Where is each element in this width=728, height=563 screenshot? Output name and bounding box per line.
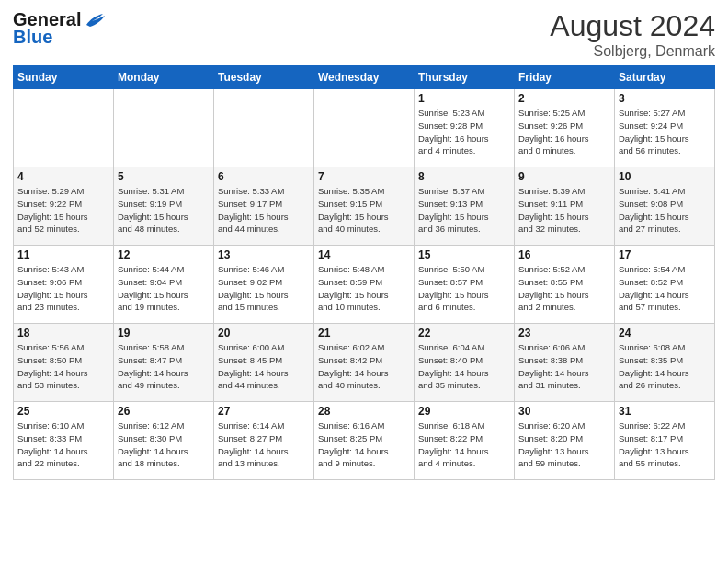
day-number: 4 [17,170,109,183]
day-info: Sunrise: 6:00 AM Sunset: 8:45 PM Dayligh… [218,341,310,392]
day-info: Sunrise: 5:48 AM Sunset: 8:59 PM Dayligh… [318,263,410,314]
weekday-header: Saturday [615,66,715,89]
day-info: Sunrise: 6:02 AM Sunset: 8:42 PM Dayligh… [318,341,410,392]
day-number: 28 [318,405,410,418]
day-number: 10 [619,170,711,183]
calendar-cell: 5Sunrise: 5:31 AM Sunset: 9:19 PM Daylig… [114,167,214,246]
day-number: 18 [17,327,109,339]
weekday-header: Wednesday [314,66,415,89]
calendar-cell: 30Sunrise: 6:20 AM Sunset: 8:20 PM Dayli… [515,402,615,480]
day-info: Sunrise: 6:10 AM Sunset: 8:33 PM Dayligh… [17,419,109,470]
day-info: Sunrise: 5:23 AM Sunset: 9:28 PM Dayligh… [418,107,510,157]
day-info: Sunrise: 6:20 AM Sunset: 8:20 PM Dayligh… [518,419,610,470]
calendar-cell [214,89,314,167]
weekday-header: Sunday [14,66,114,89]
day-info: Sunrise: 5:44 AM Sunset: 9:04 PM Dayligh… [118,263,210,314]
day-info: Sunrise: 6:06 AM Sunset: 8:38 PM Dayligh… [518,341,610,392]
calendar-cell: 2Sunrise: 5:25 AM Sunset: 9:26 PM Daylig… [515,89,615,167]
day-info: Sunrise: 5:37 AM Sunset: 9:13 PM Dayligh… [418,185,510,236]
day-info: Sunrise: 5:56 AM Sunset: 8:50 PM Dayligh… [17,341,109,392]
calendar-cell: 11Sunrise: 5:43 AM Sunset: 9:06 PM Dayli… [14,246,114,324]
calendar-cell: 19Sunrise: 5:58 AM Sunset: 8:47 PM Dayli… [114,324,214,402]
day-number: 25 [17,405,109,418]
day-number: 6 [218,170,310,183]
calendar-cell [114,89,214,167]
day-info: Sunrise: 6:16 AM Sunset: 8:25 PM Dayligh… [318,419,410,470]
calendar-cell: 26Sunrise: 6:12 AM Sunset: 8:30 PM Dayli… [114,402,214,480]
calendar-table: SundayMondayTuesdayWednesdayThursdayFrid… [13,65,715,480]
day-number: 5 [118,170,210,183]
day-number: 29 [418,405,510,418]
calendar-cell [314,89,415,167]
weekday-header: Thursday [415,66,515,89]
day-number: 14 [318,248,410,261]
calendar-cell: 7Sunrise: 5:35 AM Sunset: 9:15 PM Daylig… [314,167,415,246]
day-info: Sunrise: 5:41 AM Sunset: 9:08 PM Dayligh… [619,185,711,236]
calendar-cell: 13Sunrise: 5:46 AM Sunset: 9:02 PM Dayli… [214,246,314,324]
day-info: Sunrise: 5:52 AM Sunset: 8:55 PM Dayligh… [518,263,610,314]
day-info: Sunrise: 6:04 AM Sunset: 8:40 PM Dayligh… [418,341,510,392]
header: General Blue August 2024 Solbjerg, Denma… [13,9,715,60]
day-number: 2 [518,92,610,105]
weekday-header: Tuesday [214,66,314,89]
calendar-cell: 3Sunrise: 5:27 AM Sunset: 9:24 PM Daylig… [615,89,715,167]
calendar-cell: 9Sunrise: 5:39 AM Sunset: 9:11 PM Daylig… [515,167,615,246]
day-info: Sunrise: 5:25 AM Sunset: 9:26 PM Dayligh… [518,107,610,157]
day-number: 15 [418,248,510,261]
calendar-cell: 4Sunrise: 5:29 AM Sunset: 9:22 PM Daylig… [14,167,114,246]
calendar-week-row: 25Sunrise: 6:10 AM Sunset: 8:33 PM Dayli… [14,402,715,480]
calendar-cell: 8Sunrise: 5:37 AM Sunset: 9:13 PM Daylig… [415,167,515,246]
day-number: 21 [318,327,410,339]
calendar-cell: 12Sunrise: 5:44 AM Sunset: 9:04 PM Dayli… [114,246,214,324]
calendar-cell: 22Sunrise: 6:04 AM Sunset: 8:40 PM Dayli… [415,324,515,402]
day-number: 11 [17,248,109,261]
month-title: August 2024 [550,9,715,43]
day-number: 19 [118,327,210,339]
day-info: Sunrise: 5:58 AM Sunset: 8:47 PM Dayligh… [118,341,210,392]
day-info: Sunrise: 5:50 AM Sunset: 8:57 PM Dayligh… [418,263,510,314]
calendar-week-row: 4Sunrise: 5:29 AM Sunset: 9:22 PM Daylig… [14,167,715,246]
calendar-week-row: 18Sunrise: 5:56 AM Sunset: 8:50 PM Dayli… [14,324,715,402]
day-info: Sunrise: 5:29 AM Sunset: 9:22 PM Dayligh… [17,185,109,236]
day-number: 27 [218,405,310,418]
calendar-cell: 18Sunrise: 5:56 AM Sunset: 8:50 PM Dayli… [14,324,114,402]
weekday-header: Monday [114,66,214,89]
day-info: Sunrise: 5:54 AM Sunset: 8:52 PM Dayligh… [619,263,711,314]
day-number: 22 [418,327,510,339]
calendar-cell: 29Sunrise: 6:18 AM Sunset: 8:22 PM Dayli… [415,402,515,480]
calendar-week-row: 1Sunrise: 5:23 AM Sunset: 9:28 PM Daylig… [14,89,715,167]
day-info: Sunrise: 5:46 AM Sunset: 9:02 PM Dayligh… [218,263,310,314]
day-info: Sunrise: 5:39 AM Sunset: 9:11 PM Dayligh… [518,185,610,236]
day-number: 8 [418,170,510,183]
title-block: August 2024 Solbjerg, Denmark [550,9,715,60]
day-info: Sunrise: 6:14 AM Sunset: 8:27 PM Dayligh… [218,419,310,470]
calendar-cell: 15Sunrise: 5:50 AM Sunset: 8:57 PM Dayli… [415,246,515,324]
day-info: Sunrise: 5:43 AM Sunset: 9:06 PM Dayligh… [17,263,109,314]
logo-blue: Blue [13,27,52,48]
calendar-cell: 23Sunrise: 6:06 AM Sunset: 8:38 PM Dayli… [515,324,615,402]
day-number: 16 [518,248,610,261]
day-number: 7 [318,170,410,183]
calendar-cell: 24Sunrise: 6:08 AM Sunset: 8:35 PM Dayli… [615,324,715,402]
logo: General Blue [13,9,107,48]
calendar-cell: 16Sunrise: 5:52 AM Sunset: 8:55 PM Dayli… [515,246,615,324]
day-info: Sunrise: 6:18 AM Sunset: 8:22 PM Dayligh… [418,419,510,470]
calendar-cell: 20Sunrise: 6:00 AM Sunset: 8:45 PM Dayli… [214,324,314,402]
location: Solbjerg, Denmark [550,43,715,60]
day-number: 3 [619,92,711,105]
calendar-cell: 21Sunrise: 6:02 AM Sunset: 8:42 PM Dayli… [314,324,415,402]
calendar-header-row: SundayMondayTuesdayWednesdayThursdayFrid… [14,66,715,89]
day-number: 31 [619,405,711,418]
calendar-cell: 17Sunrise: 5:54 AM Sunset: 8:52 PM Dayli… [615,246,715,324]
day-info: Sunrise: 5:35 AM Sunset: 9:15 PM Dayligh… [318,185,410,236]
day-info: Sunrise: 6:08 AM Sunset: 8:35 PM Dayligh… [619,341,711,392]
calendar-cell: 10Sunrise: 5:41 AM Sunset: 9:08 PM Dayli… [615,167,715,246]
calendar-cell: 25Sunrise: 6:10 AM Sunset: 8:33 PM Dayli… [14,402,114,480]
calendar-cell: 31Sunrise: 6:22 AM Sunset: 8:17 PM Dayli… [615,402,715,480]
day-number: 20 [218,327,310,339]
day-number: 1 [418,92,510,105]
weekday-header: Friday [515,66,615,89]
day-info: Sunrise: 5:27 AM Sunset: 9:24 PM Dayligh… [619,107,711,157]
day-info: Sunrise: 6:22 AM Sunset: 8:17 PM Dayligh… [619,419,711,470]
calendar-cell: 1Sunrise: 5:23 AM Sunset: 9:28 PM Daylig… [415,89,515,167]
